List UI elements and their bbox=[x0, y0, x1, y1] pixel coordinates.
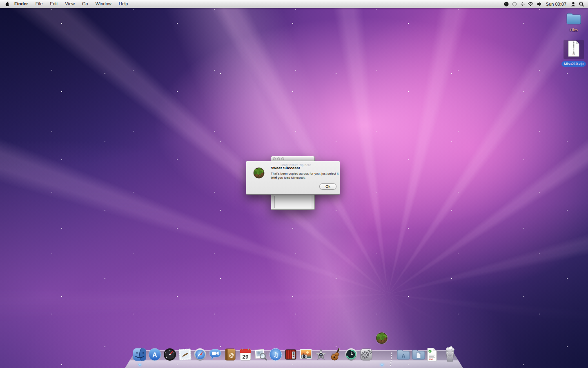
zoom-button-icon[interactable] bbox=[281, 157, 284, 160]
menu-help[interactable]: Help bbox=[115, 0, 132, 8]
sync-status-icon[interactable] bbox=[511, 1, 518, 7]
ok-button[interactable]: Ok bbox=[319, 183, 336, 190]
menu-file[interactable]: File bbox=[32, 0, 47, 8]
volume-icon[interactable] bbox=[536, 1, 542, 7]
dock-icon-minecraft-bouncing[interactable] bbox=[374, 330, 390, 346]
address-book-glyph: @ bbox=[229, 352, 234, 358]
dock-icon-system-preferences[interactable] bbox=[359, 347, 374, 362]
user-switch-icon[interactable] bbox=[570, 1, 577, 7]
dock-icon-preview[interactable] bbox=[253, 347, 268, 362]
zip-badge: ZIP bbox=[572, 54, 575, 56]
dock-icon-photo-booth[interactable] bbox=[283, 347, 298, 362]
dock-icon-trash[interactable] bbox=[442, 346, 458, 363]
dock-icon-finder[interactable] bbox=[132, 347, 147, 362]
menu-bar-clock[interactable]: Sun 00:07 bbox=[544, 2, 568, 7]
applications-folder-glyph: A bbox=[401, 353, 405, 359]
menu-bar-left: Finder File Edit View Go Window Help bbox=[0, 0, 131, 8]
wifi-icon[interactable] bbox=[528, 1, 534, 7]
close-button-icon[interactable] bbox=[273, 157, 276, 160]
dock-icon-time-machine[interactable] bbox=[344, 347, 359, 362]
menu-finder[interactable]: Finder bbox=[11, 0, 32, 8]
menu-bar: Finder File Edit View Go Window Help bbox=[0, 0, 588, 8]
minimize-button-icon[interactable] bbox=[277, 157, 280, 160]
menu-window[interactable]: Window bbox=[92, 0, 115, 8]
drop-hint-text: Drag texture zip here bbox=[281, 163, 311, 167]
drop-zone[interactable] bbox=[274, 196, 311, 208]
ical-date-glyph: 29 bbox=[242, 354, 248, 360]
dock-stack-documents[interactable] bbox=[411, 347, 426, 362]
minecraft-globe-icon bbox=[252, 166, 266, 180]
desktop: Finder File Edit View Go Window Help bbox=[0, 0, 588, 368]
spotlight-icon[interactable] bbox=[578, 1, 585, 7]
airport-scan-icon[interactable] bbox=[519, 1, 526, 7]
dock-stack-applications[interactable]: A bbox=[396, 347, 411, 362]
desktop-icon-files-folder[interactable]: Files bbox=[559, 12, 588, 32]
apple-menu-icon[interactable] bbox=[4, 1, 11, 7]
dock-icon-iphoto[interactable] bbox=[298, 347, 313, 362]
selected-filename-label: Misa210.zip bbox=[561, 61, 586, 67]
running-indicator-finder bbox=[138, 364, 141, 366]
app-store-glyph: A bbox=[152, 351, 157, 359]
dock-icon-address-book[interactable]: @ bbox=[223, 347, 238, 362]
desktop-icon-zip-file[interactable]: ZIP Misa210.zip bbox=[559, 40, 588, 67]
dock-icon-dashboard[interactable] bbox=[163, 347, 177, 362]
folder-icon bbox=[566, 12, 581, 27]
dock-icon-mail[interactable] bbox=[178, 347, 192, 362]
menu-edit[interactable]: Edit bbox=[46, 0, 61, 8]
dock-icon-app-store[interactable]: A bbox=[147, 347, 162, 362]
dock-icon-itunes[interactable]: ♫ bbox=[268, 347, 283, 362]
desktop-icon-label: Files bbox=[559, 28, 588, 32]
dock-icon-pdf-document[interactable]: PDF bbox=[425, 347, 439, 362]
zip-file-icon: ZIP bbox=[564, 40, 584, 59]
menu-bar-status-area: Sun 00:07 bbox=[503, 1, 588, 7]
dock-icon-garageband[interactable] bbox=[329, 347, 343, 362]
dock-icon-ical[interactable]: 29 bbox=[238, 347, 253, 362]
dock-icon-imovie[interactable] bbox=[314, 347, 328, 362]
menu-view[interactable]: View bbox=[61, 0, 78, 8]
pdf-label-glyph: PDF bbox=[429, 358, 433, 361]
dialog-body-line2: time you load Minecraft. bbox=[271, 176, 305, 180]
dark-circle-status-icon[interactable] bbox=[503, 1, 510, 7]
dock-icon-safari[interactable] bbox=[193, 347, 207, 362]
itunes-note-glyph: ♫ bbox=[272, 351, 278, 359]
menu-go[interactable]: Go bbox=[78, 0, 92, 8]
running-indicator-minecraft bbox=[381, 364, 383, 366]
dock-icon-ichat[interactable] bbox=[208, 347, 223, 362]
